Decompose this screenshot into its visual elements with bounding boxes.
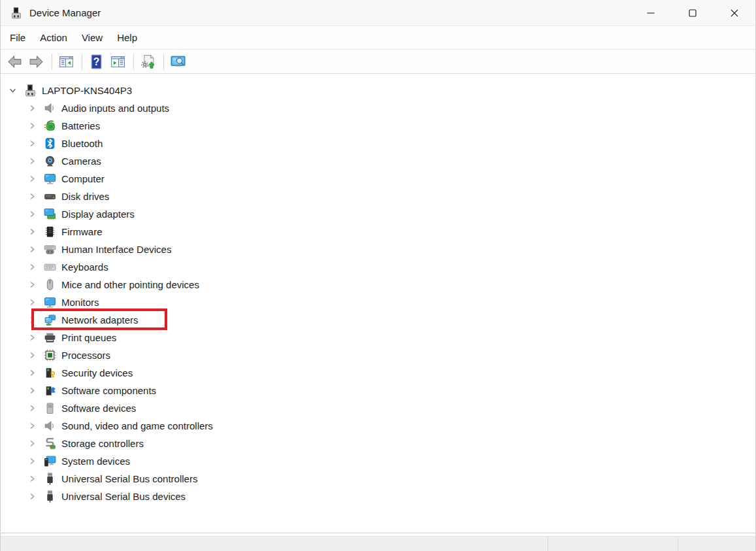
tree-item[interactable]: Display adapters [1, 205, 755, 223]
chevron-right-icon[interactable] [27, 456, 37, 467]
chevron-right-icon[interactable] [27, 262, 37, 273]
chevron-right-icon[interactable] [27, 244, 37, 255]
tree-item[interactable]: Disk drives [1, 188, 755, 205]
chevron-right-icon[interactable] [27, 492, 37, 502]
tree-item-label: Bluetooth [61, 138, 103, 149]
toolbar-separator [163, 54, 164, 70]
chevron-right-icon[interactable] [27, 139, 37, 149]
chevron-right-icon[interactable] [27, 368, 37, 378]
menu-view[interactable]: View [74, 26, 110, 49]
tree-item[interactable]: Computer [1, 170, 755, 188]
tree-item[interactable]: Universal Serial Bus controllers [1, 470, 755, 488]
device-tree: LAPTOP-KNS404P3Audio inputs and outputsB… [1, 74, 755, 533]
tree-item[interactable]: Network adapters [1, 311, 755, 329]
chevron-right-icon[interactable] [27, 439, 37, 449]
caption-controls [630, 0, 755, 25]
tree-item[interactable]: Universal Serial Bus devices [1, 488, 755, 505]
tree-item[interactable]: Keyboards [1, 258, 755, 276]
tree-item[interactable]: LAPTOP-KNS404P3 [1, 82, 755, 99]
tree-item-label: System devices [61, 456, 130, 467]
help-icon [88, 54, 105, 70]
hid-icon [42, 242, 57, 257]
tree-item[interactable]: Human Interface Devices [1, 241, 755, 258]
show-hide-console-tree-button[interactable] [56, 52, 76, 71]
tree-item-label: LAPTOP-KNS404P3 [42, 85, 132, 96]
tree-item[interactable]: Batteries [1, 117, 755, 135]
console-tree-icon [58, 54, 74, 70]
chevron-right-icon[interactable] [27, 333, 37, 343]
scan-hardware-icon [140, 54, 156, 70]
printer-icon [42, 331, 57, 345]
tree-item[interactable]: Mice and other pointing devices [1, 276, 755, 293]
device-manager-icon [23, 84, 37, 98]
chevron-right-icon[interactable] [27, 403, 37, 414]
statusbar-divider [548, 537, 548, 551]
tree-item[interactable]: System devices [1, 452, 755, 470]
tree-item[interactable]: Print queues [1, 329, 755, 346]
toolbar-separator [52, 54, 52, 70]
tree-item[interactable]: Storage controllers [1, 435, 755, 452]
tree-item[interactable]: Processors [1, 346, 755, 364]
help-button[interactable] [86, 52, 106, 71]
close-button[interactable] [714, 0, 755, 25]
chevron-right-icon[interactable] [27, 350, 37, 361]
chevron-right-icon[interactable] [27, 297, 37, 308]
scan-for-hardware-changes-button[interactable] [138, 52, 157, 71]
tree-item-label: Sound, video and game controllers [61, 420, 213, 431]
tree-item[interactable]: Sound, video and game controllers [1, 417, 755, 435]
toolbar-separator [133, 54, 134, 70]
tree-item-label: Software devices [61, 403, 136, 414]
show-hide-action-pane-button[interactable] [108, 52, 127, 71]
close-icon [731, 9, 738, 17]
forward-button[interactable] [26, 52, 46, 71]
tree-item-label: Processors [61, 350, 110, 361]
chevron-down-icon[interactable] [7, 86, 18, 96]
chevron-right-icon[interactable] [27, 474, 37, 484]
tree-item[interactable]: Monitors [1, 293, 755, 311]
maximize-button[interactable] [672, 0, 714, 25]
tree-item[interactable]: Firmware [1, 223, 755, 241]
audio-icon [42, 101, 57, 116]
usb-icon [42, 472, 57, 486]
bluetooth-icon [42, 137, 57, 151]
chevron-right-icon[interactable] [27, 103, 37, 114]
tree-item[interactable]: Software devices [1, 399, 755, 417]
tree-item-label: Batteries [61, 120, 100, 131]
tree-item[interactable]: Audio inputs and outputs [1, 99, 755, 117]
chevron-right-icon[interactable] [27, 209, 37, 220]
tree-item[interactable]: Software components [1, 382, 755, 399]
maximize-icon [689, 9, 697, 17]
statusbar [1, 536, 755, 551]
camera-icon [42, 154, 57, 169]
chevron-right-icon[interactable] [27, 386, 37, 396]
menu-action[interactable]: Action [33, 26, 74, 49]
back-button[interactable] [5, 52, 24, 71]
minimize-button[interactable] [630, 0, 672, 25]
menu-file[interactable]: File [3, 26, 33, 49]
tree-item[interactable]: Bluetooth [1, 135, 755, 152]
chevron-right-icon[interactable] [27, 121, 37, 131]
tree-item[interactable]: Cameras [1, 152, 755, 170]
device-manager-icon [10, 7, 23, 20]
chevron-right-icon[interactable] [27, 421, 37, 431]
menu-help[interactable]: Help [110, 26, 144, 49]
device-manager-window: Device Manager File Action View Help [0, 0, 756, 551]
security-icon [42, 366, 57, 380]
network-icon [42, 313, 57, 327]
monitor-icon [42, 172, 57, 186]
titlebar: Device Manager [1, 0, 755, 26]
tree-item-label: Universal Serial Bus devices [61, 491, 186, 502]
tree-item-label: Display adapters [61, 209, 135, 220]
chevron-right-icon[interactable] [27, 227, 37, 237]
chevron-right-icon[interactable] [27, 315, 37, 326]
tree-item[interactable]: Security devices [1, 364, 755, 382]
chevron-right-icon[interactable] [27, 192, 37, 202]
display-adapter-icon [42, 207, 57, 222]
chevron-right-icon[interactable] [27, 156, 37, 167]
back-arrow-icon [7, 54, 23, 70]
tree-item-label: Firmware [61, 226, 103, 237]
tree-item-label: Audio inputs and outputs [61, 103, 169, 114]
chevron-right-icon[interactable] [27, 174, 37, 184]
device-search-button[interactable] [168, 52, 188, 71]
chevron-right-icon[interactable] [27, 280, 37, 290]
